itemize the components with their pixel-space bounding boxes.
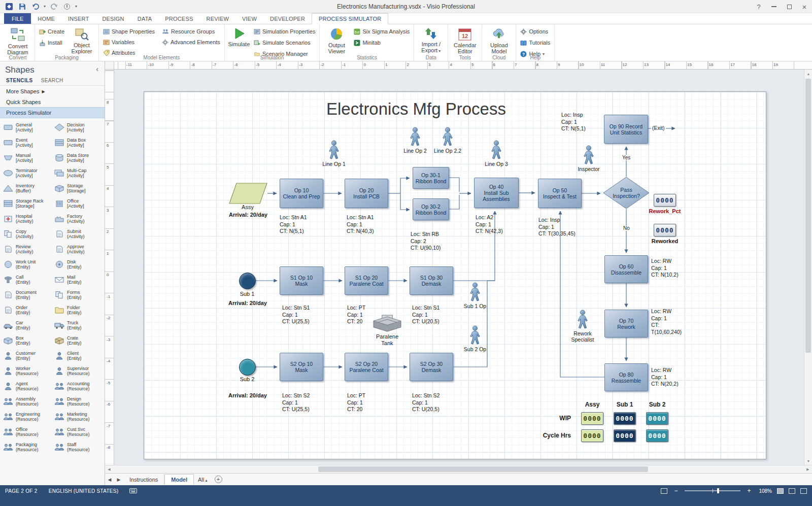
variables-button[interactable]: Variables — [101, 37, 156, 47]
process-shape[interactable]: Op 40 Install Sub Assemblies — [474, 178, 519, 208]
cycle-counter-assy[interactable]: 0000 — [581, 429, 603, 442]
horizontal-scroll-thumb[interactable] — [318, 466, 648, 472]
process-shape[interactable]: S1 Op 10 Mask — [280, 266, 323, 295]
stencil-shape[interactable]: Factory(Activity) — [52, 211, 104, 226]
process-shape[interactable]: S1 Op 30 Demask — [410, 266, 453, 295]
page-nav-right-icon[interactable]: ▶ — [114, 477, 123, 482]
stencil-shape[interactable]: Office[Activity] — [52, 196, 104, 211]
shape-annotation[interactable]: Loc: Stn S1 Cap: 1 CT: U(20,5) — [412, 305, 439, 325]
shape-annotation[interactable]: Loc: Insp Cap: 1 CT: N(5,1) — [561, 112, 586, 132]
process-shape[interactable]: Op 80 Reassemble — [604, 363, 648, 391]
stencil-shape[interactable]: Data Store[Activity] — [52, 150, 104, 165]
vertical-scroll-thumb[interactable] — [805, 79, 811, 353]
more-shapes-item[interactable]: More Shapes▶ — [0, 86, 105, 96]
ribbon-tab[interactable]: HOME — [31, 13, 61, 24]
process-shape[interactable]: Op 20 Install PCB — [345, 179, 388, 208]
undo-button[interactable] — [30, 2, 41, 12]
ribbon-tab[interactable]: DEVELOPER — [263, 13, 312, 24]
qat-customize-caret[interactable]: ▾ — [75, 4, 77, 9]
stencil-shape[interactable]: Work Unit(Entity) — [1, 257, 52, 272]
touch-mode-button[interactable] — [62, 2, 72, 12]
stencil-shape[interactable]: Storage[Storage] — [52, 181, 104, 196]
stencil-shape[interactable]: Supervisor(Resource) — [52, 363, 104, 379]
assy-arrival-note[interactable]: Arrival: 20/day — [225, 212, 272, 218]
resource-figure[interactable]: Line Op 2.2 — [430, 127, 465, 154]
object-explorer-button[interactable]: Object Explorer — [67, 26, 96, 55]
shape-annotation[interactable]: Loc: PT Cap: 1 CT: 20 — [347, 305, 365, 325]
page-filter-dropdown[interactable]: All — [194, 475, 211, 485]
quick-shapes-item[interactable]: Quick Shapes — [0, 96, 105, 107]
zoom-out-button[interactable]: − — [672, 487, 680, 494]
cycle-counter-sub1[interactable]: 0000 — [614, 429, 636, 442]
undo-dropdown-caret[interactable]: ▾ — [44, 4, 46, 9]
create-button[interactable]: Create — [38, 26, 66, 37]
stencil-shape[interactable]: Staff(Resource) — [52, 440, 104, 455]
simulation-counter[interactable]: 0000 Reworked — [648, 224, 682, 244]
page-tab-model[interactable]: Model — [164, 474, 194, 485]
process-shape[interactable]: S2 Op 20 Paralene Coat — [345, 353, 388, 381]
stencil-shape[interactable]: Crate(Entity) — [52, 333, 104, 348]
save-button[interactable] — [17, 2, 27, 12]
decision-shape[interactable]: Pass Inspection? — [603, 177, 650, 209]
stencil-shape[interactable]: Terminator[Activity] — [1, 165, 52, 181]
convert-diagram-button[interactable]: Convert Diagram — [4, 26, 32, 56]
stencil-shape[interactable]: Event[Activity] — [1, 135, 52, 150]
install-button[interactable]: Install — [38, 38, 66, 48]
process-shape[interactable]: Op 30-2 Ribbon Bond — [413, 198, 449, 220]
process-shape[interactable]: Op 50 Inspect & Test — [538, 179, 582, 208]
presentation-mode-icon[interactable] — [661, 488, 667, 494]
stencil-shape[interactable]: Call(Entity) — [1, 272, 52, 287]
shape-annotation[interactable]: Loc: Stn S1 Cap: 1 CT: U(25,5) — [282, 305, 310, 325]
ribbon-tab[interactable]: VIEW — [235, 13, 263, 24]
page-tab-instructions[interactable]: Instructions — [123, 475, 164, 485]
page-indicator[interactable]: PAGE 2 OF 2 — [5, 488, 38, 494]
stencil-shape[interactable]: General[Activity] — [1, 120, 52, 135]
zoom-slider-thumb[interactable] — [717, 488, 719, 493]
assy-entity-shape[interactable] — [229, 183, 267, 205]
maximize-button[interactable] — [782, 0, 797, 13]
stencil-shape[interactable]: Packaging(Resource) — [1, 440, 52, 455]
stencil-shape[interactable]: Approve(Activity) — [52, 242, 104, 257]
stencil-shape[interactable]: Office(Resource) — [1, 424, 52, 440]
help-button[interactable]: ? — [751, 0, 766, 13]
language-indicator[interactable]: ENGLISH (UNITED STATES) — [49, 488, 119, 494]
stencil-shape[interactable]: Accounting(Resource) — [52, 379, 104, 394]
sub1-entity-shape[interactable] — [239, 273, 256, 289]
horizontal-scrollbar[interactable]: ◀ ▶ — [105, 465, 812, 473]
stencil-shape[interactable]: Car(Entity) — [1, 318, 52, 333]
minitab-button[interactable]: Minitab — [352, 38, 411, 48]
resource-figure[interactable]: Sub 2 Op — [457, 325, 493, 352]
simulation-counter[interactable]: 0000 Rework_Pct — [648, 194, 682, 214]
tab-stencils[interactable]: STENCILS — [6, 78, 33, 83]
wip-counter-sub1[interactable]: 0000 — [614, 412, 636, 425]
stencil-shape[interactable]: Truck(Entity) — [52, 318, 104, 333]
page-nav-left-icon[interactable]: ◀ — [105, 477, 114, 482]
ribbon-tab-process-simulator[interactable]: PROCESS SIMULATOR — [312, 13, 388, 24]
paralene-tank-shape[interactable]: Paralene Tank — [370, 315, 404, 347]
sub1-label[interactable]: Sub 1 — [230, 291, 264, 297]
stencil-shape[interactable]: Agent(Resource) — [1, 379, 52, 394]
stencil-shape[interactable]: Box(Entity) — [1, 333, 52, 348]
whole-page-button[interactable] — [789, 488, 795, 494]
wip-counter-sub2[interactable]: 0000 — [646, 412, 668, 425]
sub2-arrival-note[interactable]: Arrival: 20/day — [224, 392, 271, 398]
shape-annotation[interactable]: Loc: RW Cap: 1 CT: N(20,2) — [651, 367, 679, 388]
process-shape[interactable]: Op 70 Rework — [604, 310, 648, 338]
process-shape[interactable]: Op 90 Record Unit Statistics — [604, 115, 648, 144]
zoom-slider[interactable] — [685, 490, 740, 491]
six-sigma-analysis-button[interactable]: 6σ Six Sigma Analysis — [352, 26, 411, 37]
tutorials-button[interactable]: Tutorials — [519, 38, 552, 48]
resource-figure[interactable]: Line Op 1 — [316, 140, 352, 167]
ribbon-tab[interactable]: INSERT — [61, 13, 95, 24]
tab-search[interactable]: SEARCH — [41, 78, 63, 83]
stencil-shape[interactable]: Hospital(Activity) — [1, 211, 52, 226]
simulation-properties-button[interactable]: Simulation Properties — [252, 26, 317, 37]
process-shape[interactable]: S2 Op 30 Demask — [410, 353, 453, 381]
output-viewer-button[interactable]: Output Viewer — [322, 26, 351, 55]
stencil-shape[interactable]: Client(Entity) — [52, 348, 104, 363]
stencil-shape[interactable]: Customer(Entity) — [1, 348, 52, 363]
stencil-shape[interactable]: Multi-Cap[Activity] — [52, 165, 104, 181]
stencil-shape[interactable]: Review(Activity) — [1, 242, 52, 257]
diagram-title[interactable]: Electronics Mfg Process — [310, 99, 523, 119]
visio-app-icon[interactable] — [4, 2, 14, 12]
